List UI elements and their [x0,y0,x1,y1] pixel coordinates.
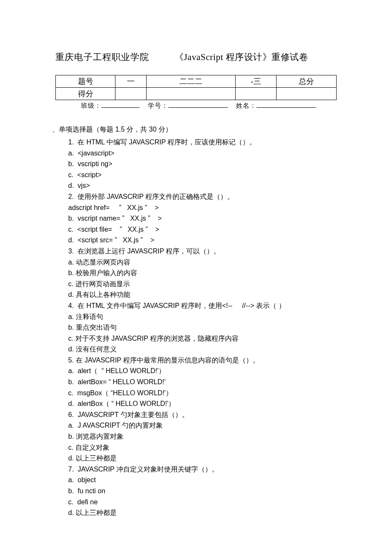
question-line: d. 没有任何意义 [68,344,337,355]
question-line: b. vscript name= ” XX.js ” > [68,213,337,224]
question-line: b. 重点突出语句 [68,322,337,333]
question-line: d. alertBox（ “ HELLO WORLD!'） [68,398,337,409]
question-line: a. alert（ “ HELLO WORLD!'） [68,365,337,377]
question-line: a. object [68,474,337,486]
class-label: 班级： [81,102,101,109]
questions-block: 1. 在 HTML 中编写 JAVASCRIP 程序时，应该使用标记（）。a. … [55,137,337,518]
table-score-cell [276,88,336,100]
question-line: c. 进行网页动画显示 [68,279,337,290]
question-line: d. 以上三种都是 [68,453,337,464]
table-header-col1: 一 [115,75,147,88]
table-score-cell [115,88,147,100]
question-line: 7. JAVASCRIP 冲自定义对象时使用关键字（）。 [68,464,337,475]
question-line: b. 浏览器内置对象 [68,431,337,442]
student-info-line: 班级： 学号： 姓名： [55,102,337,110]
section-heading: 、单项选择题（每题 1.5 分，共 30 分） [52,125,337,134]
question-line: a. 动态显示网页内容 [68,257,337,268]
question-line: a. J AVASCRIPT 勺的内置对象 [68,420,337,431]
question-line: c. msgBox（ “HELLO WORLD!'） [68,388,337,399]
question-line: d. vjs> [68,180,337,191]
question-line: adscript href= ” XX.js ” > [68,202,337,213]
question-line: 4. 在 HTML 文件中编写 JAVASCRIP 程序时，使用<!-- //-… [68,300,337,311]
table-score-label: 得分 [56,88,115,100]
score-table: 题号 一 二二二 -三 总分 得分 [55,75,337,100]
question-line: a. <javascript> [68,148,337,159]
id-label: 学号： [148,102,168,109]
table-score-cell [146,88,236,100]
question-line: c. <script file= ” XX.js ” > [68,224,337,235]
question-line: 2. 使用外部 JAVASCRIP 程序文件的正确格式是（）。 [68,191,337,202]
question-line: d. 具有以上各种功能 [68,289,337,300]
id-blank [168,102,228,108]
table-header-label: 题号 [56,75,115,88]
name-blank [257,102,316,108]
table-header-col2: 二二二 [146,75,236,88]
question-line: c. <script> [68,170,337,181]
table-score-cell [236,88,276,100]
question-line: 3. 在浏览器上运行 JAVASCRIP 程序，可以（）。 [68,246,337,257]
table-header-col4: 总分 [276,75,336,88]
question-line: c. defi ne [68,497,337,508]
question-line: 5. 在 JAVASCRIP 程序中最常用的显示信息内容的语句是（）。 [68,355,337,366]
page-title-row: 重庆电子工程职业学院 《JavaScript 程序设计》重修试卷 [55,51,337,63]
name-label: 姓名： [236,102,257,109]
question-line: 1. 在 HTML 中编写 JAVASCRIP 程序时，应该使用标记（）。 [68,137,337,148]
question-line: c. 对于不支持 JAVASCRIP 程序的浏览器，隐藏程序内容 [68,333,337,344]
class-blank [101,102,140,108]
question-line: d. 以上三种都是 [68,507,337,518]
question-line: d. <script src= ” XX.js ” > [68,235,337,246]
course-title: 《JavaScript 程序设计》重修试卷 [175,51,308,63]
table-header-col3: -三 [236,75,276,88]
question-line: 6. JAVASCRIPT 勺对象主要包括（）。 [68,409,337,420]
question-line: b. fu ncti on [68,486,337,497]
school-name: 重庆电子工程职业学院 [55,51,149,63]
question-line: c. 自定义对象 [68,442,337,453]
question-line: a. 注释语句 [68,311,337,322]
question-line: b. 校验用户输入的内容 [68,267,337,279]
question-line: b. alertBox= “ HELLO WORLD!' [68,377,337,388]
question-line: b. vscripti ng> [68,158,337,170]
